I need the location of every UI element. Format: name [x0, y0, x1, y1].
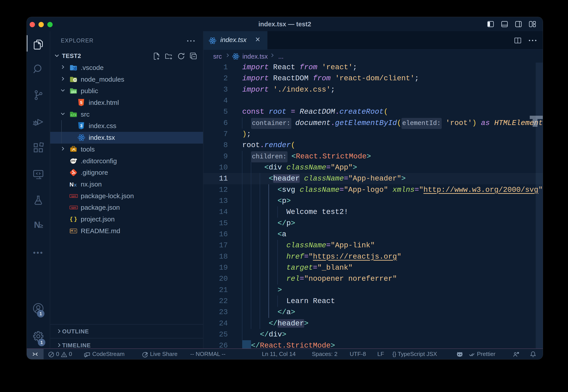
svg-text:3: 3	[80, 124, 83, 128]
svg-text:npm: npm	[71, 206, 76, 209]
svg-text:x: x	[74, 182, 77, 187]
svg-text:N: N	[69, 181, 74, 187]
svg-text:</>: </>	[70, 113, 77, 117]
svg-text:JS: JS	[74, 79, 76, 81]
svg-text:5: 5	[80, 100, 83, 105]
svg-text:{ }: { }	[70, 216, 77, 222]
svg-text:npm: npm	[71, 195, 76, 197]
